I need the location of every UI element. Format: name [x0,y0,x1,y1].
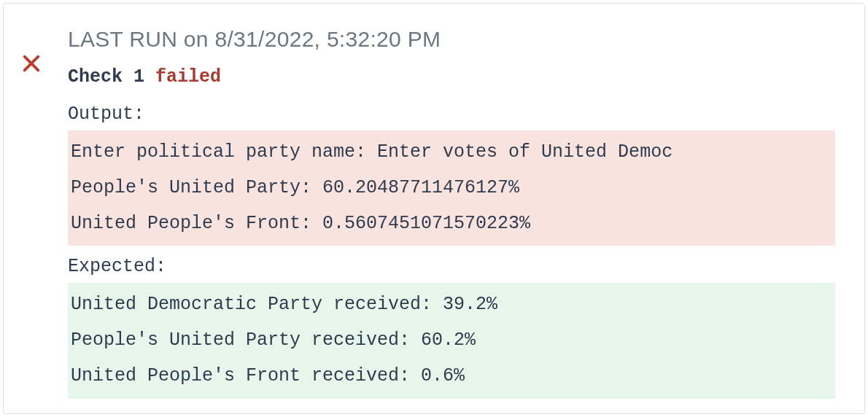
output-block: Enter political party name: Enter votes … [68,130,835,246]
expected-block: United Democratic Party received: 39.2% … [68,283,835,398]
expected-label: Expected: [68,256,835,277]
expected-line: United Democratic Party received: 39.2% [71,287,832,323]
check-number: 1 [133,66,144,87]
status-icon-column [21,27,42,390]
expected-line: United People's Front received: 0.6% [71,359,832,394]
output-line: Enter political party name: Enter votes … [71,135,832,171]
check-status-line: Check 1 failed [68,66,835,87]
check-prefix: Check [68,66,123,87]
output-label: Output: [68,104,835,125]
result-content: LAST RUN on 8/31/2022, 5:32:20 PM Check … [68,27,835,390]
fail-x-icon [21,53,42,74]
check-status: failed [155,66,221,87]
output-line: United People's Front: 0.560745107157022… [71,206,832,242]
output-line: People's United Party: 60.20487711476127… [71,171,832,206]
expected-line: People's United Party received: 60.2% [71,323,832,359]
result-panel: LAST RUN on 8/31/2022, 5:32:20 PM Check … [3,3,865,414]
last-run-title: LAST RUN on 8/31/2022, 5:32:20 PM [68,27,835,52]
